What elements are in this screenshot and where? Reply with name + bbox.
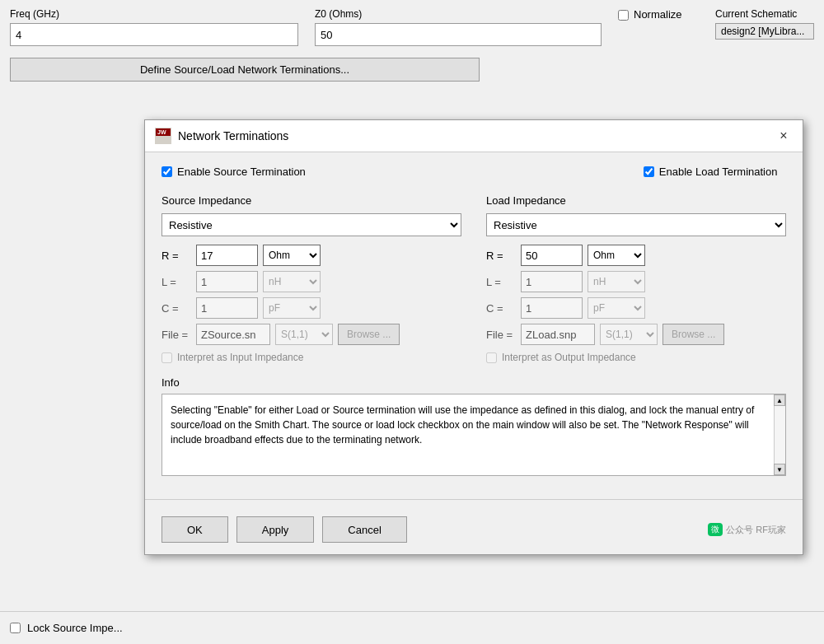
- dialog-buttons: OK Apply Cancel 微 公众号 RF玩家: [145, 510, 803, 554]
- source-r-unit[interactable]: Ohm kOhm: [263, 245, 321, 266]
- dialog-app-icon: JW: [155, 128, 171, 144]
- scroll-down-arrow[interactable]: ▼: [774, 464, 785, 475]
- lock-source-label: Lock Source Impe...: [27, 622, 123, 634]
- z0-group: Z0 (Ohms): [315, 8, 602, 46]
- main-window: Freq (GHz) Z0 (Ohms) Normalize Current S…: [0, 0, 824, 644]
- current-schematic-group: Current Schematic design2 [MyLibra...: [715, 8, 814, 40]
- dialog-content: Enable Source Termination Enable Load Te…: [145, 152, 803, 489]
- z0-input[interactable]: [315, 23, 602, 46]
- load-l-unit[interactable]: nH pH uH: [588, 271, 645, 292]
- source-interpret-checkbox[interactable]: [162, 352, 172, 363]
- freq-input[interactable]: [10, 23, 298, 46]
- enable-source-checkbox[interactable]: [162, 166, 172, 177]
- load-file-label: File =: [486, 329, 516, 341]
- info-text: Selecting "Enable" for either Load or So…: [162, 394, 785, 475]
- svg-rect-2: [156, 136, 171, 143]
- load-type-dropdown[interactable]: Resistive Complex File: [486, 213, 786, 236]
- wechat-text: 公众号 RF玩家: [726, 524, 786, 536]
- enable-load-checkbox[interactable]: [644, 166, 654, 177]
- freq-label: Freq (GHz): [10, 8, 298, 20]
- enable-source-label: Enable Source Termination: [177, 166, 306, 178]
- load-dropdown-row: Resistive Complex File: [486, 213, 786, 236]
- source-type-dropdown[interactable]: Resistive Complex File: [162, 213, 461, 236]
- load-r-row: R = Ohm kOhm: [486, 245, 786, 266]
- load-r-unit[interactable]: Ohm kOhm: [588, 245, 645, 266]
- source-c-input[interactable]: [196, 297, 258, 319]
- source-s-param[interactable]: S(1,1) S(2,1): [275, 324, 333, 345]
- info-box-wrapper: Selecting "Enable" for either Load or So…: [162, 394, 786, 476]
- z0-label: Z0 (Ohms): [315, 8, 602, 20]
- normalize-label: Normalize: [634, 8, 682, 21]
- schematic-value: design2 [MyLibra...: [715, 23, 814, 40]
- source-impedance-col: Source Impedance Resistive Complex File …: [162, 194, 461, 363]
- source-col-title: Source Impedance: [162, 194, 461, 207]
- normalize-group: Normalize: [618, 8, 682, 22]
- source-l-input[interactable]: [196, 271, 258, 292]
- load-l-label: L =: [486, 276, 516, 288]
- cancel-button[interactable]: Cancel: [322, 516, 406, 543]
- load-s-param[interactable]: S(1,1) S(2,1): [600, 324, 658, 345]
- source-file-label: File =: [162, 329, 191, 341]
- info-title: Info: [162, 376, 786, 389]
- svg-text:JW: JW: [157, 129, 166, 135]
- normalize-checkbox[interactable]: [618, 10, 629, 21]
- dialog-divider: [145, 499, 803, 500]
- source-l-label: L =: [162, 276, 191, 288]
- source-r-input[interactable]: [196, 245, 258, 266]
- close-button[interactable]: ×: [775, 127, 793, 145]
- top-bar: Freq (GHz) Z0 (Ohms) Normalize Current S…: [0, 0, 824, 53]
- load-interpret-row: Interpret as Output Impedance: [486, 352, 786, 363]
- define-row: Define Source/Load Network Terminations.…: [0, 53, 824, 86]
- dialog-title: Network Terminations: [178, 129, 768, 142]
- define-button[interactable]: Define Source/Load Network Terminations.…: [10, 58, 480, 82]
- load-file-row: File = S(1,1) S(2,1) Browse ...: [486, 324, 786, 345]
- enable-load-label: Enable Load Termination: [659, 166, 778, 178]
- load-c-unit[interactable]: pF nF fF: [588, 297, 645, 319]
- source-l-unit[interactable]: nH pH uH: [263, 271, 321, 292]
- info-scrollbar: ▲ ▼: [774, 394, 785, 475]
- enable-source-group: Enable Source Termination: [162, 166, 306, 178]
- network-terminations-dialog: JW Network Terminations × Enable Source …: [144, 119, 803, 555]
- source-c-row: C = pF nF fF: [162, 297, 461, 319]
- source-c-label: C =: [162, 302, 191, 315]
- load-c-row: C = pF nF fF: [486, 297, 786, 319]
- apply-button[interactable]: Apply: [236, 516, 315, 543]
- load-interpret-label: Interpret as Output Impedance: [502, 352, 636, 363]
- schematic-label: Current Schematic: [715, 8, 814, 20]
- info-section: Info Selecting "Enable" for either Load …: [162, 376, 786, 476]
- enable-row: Enable Source Termination Enable Load Te…: [162, 166, 786, 178]
- load-c-label: C =: [486, 302, 516, 315]
- ok-button[interactable]: OK: [162, 516, 228, 543]
- source-dropdown-row: Resistive Complex File: [162, 213, 461, 236]
- source-file-input[interactable]: [196, 324, 270, 345]
- load-l-row: L = nH pH uH: [486, 271, 786, 292]
- source-r-row: R = Ohm kOhm: [162, 245, 461, 266]
- load-interpret-checkbox[interactable]: [486, 352, 497, 363]
- source-interpret-label: Interpret as Input Impedance: [177, 352, 303, 363]
- load-r-label: R =: [486, 250, 516, 262]
- source-c-unit[interactable]: pF nF fF: [263, 297, 321, 319]
- impedance-columns: Source Impedance Resistive Complex File …: [162, 194, 786, 363]
- watermark: 微 公众号 RF玩家: [708, 523, 786, 536]
- dialog-titlebar: JW Network Terminations ×: [145, 120, 803, 152]
- enable-load-group: Enable Load Termination: [644, 166, 778, 178]
- wechat-icon: 微: [708, 523, 723, 536]
- load-c-input[interactable]: [521, 297, 583, 319]
- load-l-input[interactable]: [521, 271, 583, 292]
- source-interpret-row: Interpret as Input Impedance: [162, 352, 461, 363]
- source-l-row: L = nH pH uH: [162, 271, 461, 292]
- load-col-title: Load Impedance: [486, 194, 786, 207]
- load-browse-button[interactable]: Browse ...: [662, 324, 724, 345]
- source-r-label: R =: [162, 250, 191, 262]
- lock-source-checkbox[interactable]: [10, 623, 21, 633]
- bottom-bar: Lock Source Impe...: [0, 611, 824, 644]
- load-file-input[interactable]: [521, 324, 595, 345]
- freq-group: Freq (GHz): [10, 8, 298, 46]
- scroll-up-arrow[interactable]: ▲: [774, 394, 785, 406]
- load-r-input[interactable]: [521, 245, 583, 266]
- source-file-row: File = S(1,1) S(2,1) Browse ...: [162, 324, 461, 345]
- source-browse-button[interactable]: Browse ...: [338, 324, 400, 345]
- load-impedance-col: Load Impedance Resistive Complex File R …: [486, 194, 786, 363]
